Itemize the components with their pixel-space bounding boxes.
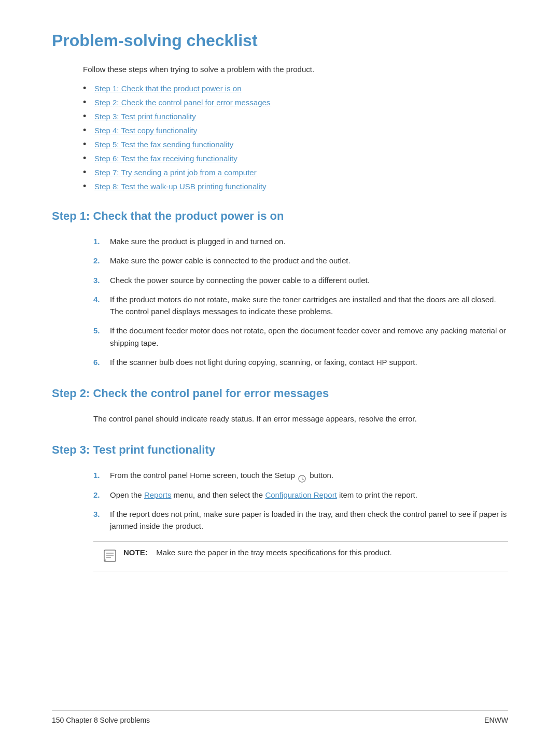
toc-link-3[interactable]: Step 3: Test print functionality — [94, 112, 196, 121]
toc-item-3: Step 3: Test print functionality — [83, 112, 508, 121]
note-text — [150, 548, 154, 557]
step1-text2: Make sure the power cable is connected t… — [110, 256, 351, 265]
step3-text2: Open the Reports menu, and then select t… — [110, 490, 417, 499]
toc-link-2[interactable]: Step 2: Check the control panel for erro… — [94, 98, 270, 107]
footer-left: 150 Chapter 8 Solve problems — [52, 716, 150, 724]
footer: 150 Chapter 8 Solve problems ENWW — [52, 710, 508, 724]
step1-number3: 3. — [93, 274, 100, 286]
note-body: Make sure the paper in the tray meets sp… — [156, 548, 391, 557]
step1-text3: Check the power source by connecting the… — [110, 276, 370, 285]
reports-link[interactable]: Reports — [144, 490, 172, 499]
step1-item4: 4. If the product motors do not rotate, … — [93, 293, 508, 318]
toc-item-1: Step 1: Check that the product power is … — [83, 84, 508, 93]
step3-number1: 1. — [93, 469, 100, 481]
step3-item3: 3. If the report does not print, make su… — [93, 508, 508, 532]
toc-link-5[interactable]: Step 5: Test the fax sending functionali… — [94, 140, 233, 149]
step1-item1: 1. Make sure the product is plugged in a… — [93, 235, 508, 247]
step1-text1: Make sure the product is plugged in and … — [110, 237, 286, 246]
toc-item-6: Step 6: Test the fax receiving functiona… — [83, 154, 508, 163]
step-list-step1: 1. Make sure the product is plugged in a… — [93, 235, 508, 368]
step1-number2: 2. — [93, 255, 100, 266]
section-step3: Step 3: Test print functionality 1. From… — [52, 443, 508, 571]
step1-number6: 6. — [93, 356, 100, 368]
step3-text1: From the control panel Home screen, touc… — [110, 471, 333, 480]
step1-item3: 3. Check the power source by connecting … — [93, 274, 508, 286]
step1-text6: If the scanner bulb does not light durin… — [110, 358, 417, 367]
toc-link-7[interactable]: Step 7: Try sending a print job from a c… — [94, 168, 257, 177]
section-step1: Step 1: Check that the product power is … — [52, 209, 508, 368]
step1-item2: 2. Make sure the power cable is connecte… — [93, 255, 508, 266]
step3-item1: 1. From the control panel Home screen, t… — [93, 469, 508, 481]
toc-item-7: Step 7: Try sending a print job from a c… — [83, 168, 508, 177]
section-text-step2: The control panel should indicate ready … — [93, 413, 508, 425]
toc-list: Step 1: Check that the product power is … — [83, 84, 508, 191]
page: Problem-solving checklist Follow these s… — [0, 0, 560, 745]
step1-number4: 4. — [93, 293, 100, 305]
note-icon — [103, 549, 117, 565]
setup-icon — [298, 472, 306, 480]
section-title-step1: Step 1: Check that the product power is … — [52, 209, 508, 225]
section-title-step3: Step 3: Test print functionality — [52, 443, 508, 459]
toc-link-8[interactable]: Step 8: Test the walk-up USB printing fu… — [94, 182, 267, 191]
step1-item5: 5. If the document feeder motor does not… — [93, 325, 508, 349]
note-box: NOTE: Make sure the paper in the tray me… — [93, 541, 508, 571]
section-step2: Step 2: Check the control panel for erro… — [52, 387, 508, 425]
note-content: NOTE: Make sure the paper in the tray me… — [123, 548, 392, 557]
footer-right: ENWW — [484, 716, 508, 724]
svg-rect-1 — [104, 550, 116, 561]
toc-link-6[interactable]: Step 6: Test the fax receiving functiona… — [94, 154, 237, 163]
section-title-step2: Step 2: Check the control panel for erro… — [52, 387, 508, 402]
step3-number3: 3. — [93, 508, 100, 520]
step1-text5: If the document feeder motor does not ro… — [110, 326, 506, 347]
step-list-step3: 1. From the control panel Home screen, t… — [93, 469, 508, 532]
step3-item2: 2. Open the Reports menu, and then selec… — [93, 489, 508, 501]
toc-link-1[interactable]: Step 1: Check that the product power is … — [94, 84, 242, 93]
toc-item-2: Step 2: Check the control panel for erro… — [83, 98, 508, 107]
step1-text4: If the product motors do not rotate, mak… — [110, 295, 496, 316]
step3-text3: If the report does not print, make sure … — [110, 510, 507, 530]
step1-number5: 5. — [93, 325, 100, 336]
configuration-report-link[interactable]: Configuration Report — [265, 490, 337, 499]
page-title: Problem-solving checklist — [52, 31, 508, 50]
step1-item6: 6. If the scanner bulb does not light du… — [93, 356, 508, 368]
intro-text: Follow these steps when trying to solve … — [83, 65, 508, 74]
toc-item-8: Step 8: Test the walk-up USB printing fu… — [83, 182, 508, 191]
toc-item-4: Step 4: Test copy functionality — [83, 126, 508, 135]
toc-link-4[interactable]: Step 4: Test copy functionality — [94, 126, 197, 135]
toc-item-5: Step 5: Test the fax sending functionali… — [83, 140, 508, 149]
step3-number2: 2. — [93, 489, 100, 501]
step1-number1: 1. — [93, 235, 100, 247]
note-label: NOTE: — [123, 548, 148, 557]
